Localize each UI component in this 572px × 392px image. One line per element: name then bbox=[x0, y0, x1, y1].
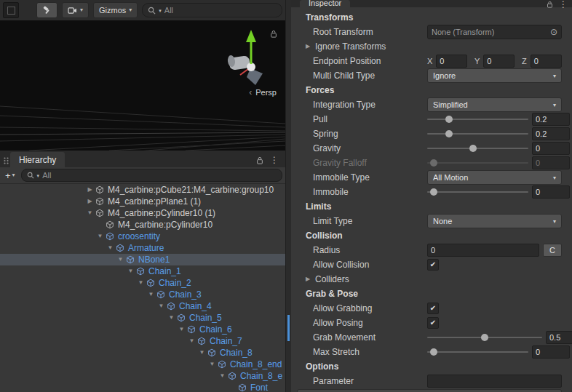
chevron-down-icon: ▾ bbox=[80, 7, 83, 13]
persp-control[interactable]: ‹ Persp bbox=[249, 87, 277, 97]
value-field[interactable]: 0 bbox=[532, 345, 570, 359]
tree-row[interactable]: ▶M4_carbine:pPlane1 (1) bbox=[0, 196, 285, 207]
hierarchy-tree[interactable]: ▶M4_carbine:pCube21:M4_carbine:group10▶M… bbox=[0, 184, 285, 392]
scene-search-field[interactable]: ▾ All bbox=[142, 3, 282, 17]
tree-row[interactable]: ▼Chain_4 bbox=[0, 300, 285, 312]
foldout-arrow[interactable]: ▼ bbox=[126, 268, 135, 274]
foldout-arrow[interactable]: ▼ bbox=[146, 292, 156, 297]
tree-row[interactable]: Font bbox=[0, 382, 285, 392]
tab-hierarchy[interactable]: Hierarchy bbox=[10, 152, 65, 167]
value-field[interactable]: 0 bbox=[427, 244, 539, 257]
tree-row[interactable]: ▶M4_carbine:pCube21:M4_carbine:group10 bbox=[0, 184, 285, 196]
property-row: Integration TypeSimplified▾ bbox=[291, 97, 572, 112]
tree-row[interactable]: ▼Chain_8 bbox=[0, 347, 285, 359]
foldout-arrow[interactable]: ▼ bbox=[218, 373, 227, 379]
lock-icon[interactable] bbox=[256, 156, 263, 164]
checkbox[interactable]: ✔ bbox=[427, 303, 439, 314]
foldout-arrow[interactable]: ▼ bbox=[207, 361, 217, 367]
gameobject-cube-icon bbox=[95, 185, 104, 195]
tree-row[interactable]: ▼Chain_2 bbox=[0, 277, 285, 289]
y-field[interactable]: 0 bbox=[483, 55, 515, 68]
slider-handle[interactable] bbox=[445, 116, 453, 123]
value-field[interactable]: 0.5 bbox=[546, 331, 572, 344]
tree-row[interactable]: ▼Chain_6 bbox=[0, 324, 285, 335]
foldout-arrow[interactable]: ▼ bbox=[116, 257, 125, 263]
foldout-arrow[interactable]: ▼ bbox=[136, 280, 146, 286]
slider-handle[interactable] bbox=[445, 130, 453, 137]
tree-row[interactable]: ▼Chain_1 bbox=[0, 265, 285, 277]
slider-handle[interactable] bbox=[430, 159, 437, 167]
tab-inspector[interactable]: Inspector bbox=[300, 0, 350, 12]
foldout-arrow[interactable]: ▼ bbox=[85, 210, 95, 216]
section-header: Transforms bbox=[291, 12, 353, 23]
tree-row[interactable]: ▼Chain_8_e bbox=[0, 370, 285, 382]
slider-handle[interactable] bbox=[430, 348, 437, 356]
slider[interactable] bbox=[427, 346, 528, 358]
tool-handle-icon[interactable] bbox=[3, 2, 19, 18]
object-picker-icon[interactable]: ⊙ bbox=[550, 28, 557, 36]
foldout-arrow[interactable]: ▶ bbox=[306, 44, 313, 49]
tree-row[interactable]: M4_carbine:pCylinder10 bbox=[0, 219, 285, 231]
foldout-arrow[interactable]: ▼ bbox=[156, 303, 166, 309]
slider-handle[interactable] bbox=[469, 145, 477, 152]
checkbox[interactable]: ✔ bbox=[427, 317, 439, 329]
property-label: Immobile Type bbox=[291, 172, 427, 183]
hierarchy-search-field[interactable]: ▾ All bbox=[21, 169, 282, 182]
property-label: Root Transform bbox=[291, 27, 427, 37]
object-field[interactable]: None (Transform)⊙ bbox=[427, 25, 562, 39]
tree-row[interactable]: ▼M4_carbine:pCylinder10 (1) bbox=[0, 207, 285, 219]
slider[interactable] bbox=[427, 332, 542, 343]
foldout-arrow[interactable]: ▶ bbox=[85, 187, 95, 193]
value-field[interactable]: 0.2 bbox=[532, 113, 570, 126]
slider[interactable] bbox=[427, 113, 528, 125]
slider[interactable] bbox=[427, 186, 528, 198]
c-button[interactable]: C bbox=[543, 244, 562, 257]
kebab-menu-icon[interactable]: ⋮ bbox=[559, 0, 568, 9]
gizmos-dropdown[interactable]: Gizmos ▾ bbox=[93, 2, 138, 18]
foldout-arrow[interactable]: ▶ bbox=[306, 276, 313, 282]
value-field[interactable]: 0 bbox=[532, 156, 570, 169]
slider[interactable] bbox=[427, 143, 528, 154]
foldout-arrow[interactable]: ▼ bbox=[106, 245, 115, 251]
tree-row[interactable]: ▼NBone1 bbox=[0, 254, 285, 265]
slider-handle[interactable] bbox=[481, 334, 488, 341]
create-menu-button[interactable]: + ▾ bbox=[3, 170, 17, 181]
tools-button[interactable] bbox=[36, 2, 57, 18]
enum-dropdown[interactable]: None▾ bbox=[427, 214, 562, 228]
foldout-arrow[interactable]: ▼ bbox=[187, 338, 196, 344]
x-field[interactable]: 0 bbox=[436, 55, 467, 68]
scrollbar-thumb[interactable] bbox=[287, 315, 290, 341]
slider[interactable] bbox=[427, 157, 528, 169]
tree-row[interactable]: ▼Chain_5 bbox=[0, 312, 285, 324]
property-field: 0C bbox=[427, 244, 562, 257]
camera-options-button[interactable]: ▾ bbox=[62, 2, 89, 18]
text-input[interactable] bbox=[427, 375, 562, 388]
chevron-down-icon: ▾ bbox=[37, 173, 40, 178]
foldout-arrow[interactable]: ▼ bbox=[177, 327, 186, 332]
foldout-arrow[interactable]: ▼ bbox=[197, 350, 207, 356]
tree-row[interactable]: ▼Chain_8_end bbox=[0, 359, 285, 370]
foldout-arrow[interactable]: ▶ bbox=[85, 199, 95, 204]
lock-icon[interactable] bbox=[270, 30, 277, 38]
scene-viewport[interactable]: ‹ Persp bbox=[0, 20, 285, 151]
enum-dropdown[interactable]: Simplified▾ bbox=[427, 97, 562, 112]
tree-row[interactable]: ▼Armature bbox=[0, 242, 285, 254]
slider[interactable] bbox=[427, 128, 528, 140]
drag-handle-icon[interactable] bbox=[4, 157, 9, 164]
section-header: Options bbox=[291, 361, 338, 372]
checkbox[interactable]: ✔ bbox=[427, 259, 439, 271]
value-field[interactable]: 0.2 bbox=[532, 127, 570, 140]
tree-row[interactable]: ▼Chain_7 bbox=[0, 335, 285, 347]
enum-dropdown[interactable]: All Motion▾ bbox=[427, 170, 562, 185]
z-field[interactable]: 0 bbox=[531, 55, 562, 68]
tree-row[interactable]: ▼croosentity bbox=[0, 231, 285, 242]
lock-icon[interactable] bbox=[547, 1, 553, 8]
value-field[interactable]: 0 bbox=[532, 142, 570, 155]
kebab-menu-icon[interactable]: ⋮ bbox=[270, 156, 279, 164]
foldout-arrow[interactable]: ▼ bbox=[95, 233, 105, 239]
value-field[interactable]: 0 bbox=[532, 185, 570, 199]
tree-row[interactable]: ▼Chain_3 bbox=[0, 289, 285, 300]
foldout-arrow[interactable]: ▼ bbox=[167, 315, 176, 321]
slider-handle[interactable] bbox=[430, 188, 437, 196]
enum-dropdown[interactable]: Ignore▾ bbox=[427, 68, 562, 83]
